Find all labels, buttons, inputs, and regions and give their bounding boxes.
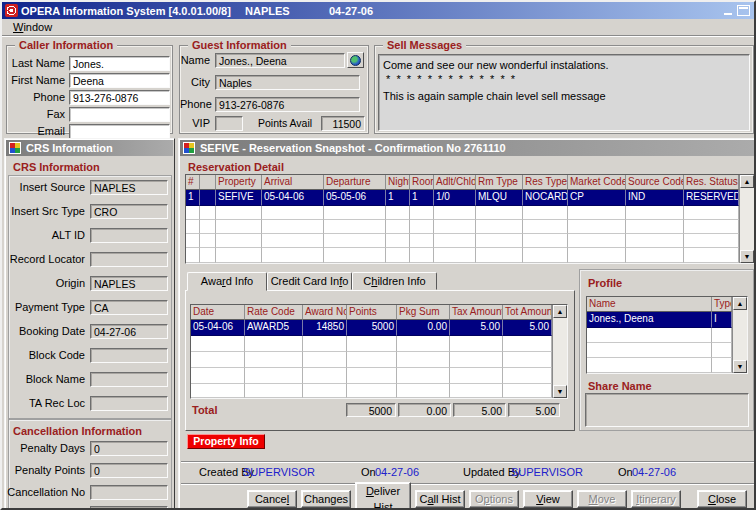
- app-titlebar: OPERA Information System [4.0.01.00/8] N…: [2, 2, 754, 19]
- guest-name-field[interactable]: Jones., Deena: [215, 53, 345, 68]
- booking-date-field[interactable]: 04-27-06: [90, 324, 168, 339]
- share-name-box: [585, 393, 749, 427]
- scroll-down-icon[interactable]: ▼: [740, 250, 754, 263]
- insert-src-type-label: Insert Src Type: [5, 204, 85, 219]
- menubar: Window: [2, 19, 754, 36]
- empty-row: [186, 206, 739, 220]
- vip-field[interactable]: [215, 116, 243, 131]
- close-button[interactable]: Close: [697, 490, 747, 508]
- minimize-icon[interactable]: [722, 5, 735, 16]
- action-button-row: Cancel Changes Deliver Hist Call Hist Op…: [181, 488, 755, 510]
- block-code-field[interactable]: [90, 348, 168, 363]
- scroll-up-icon[interactable]: ▲: [553, 305, 567, 318]
- total-tot-amount-field: 5.00: [508, 403, 560, 417]
- guest-group-title: Guest Information: [188, 39, 291, 51]
- tab-children-info[interactable]: Children Info: [352, 272, 437, 290]
- alt-id-label: ALT ID: [5, 228, 85, 243]
- tab-credit-card-info[interactable]: Credit Card Info: [267, 272, 352, 290]
- menu-window[interactable]: Window: [9, 21, 56, 33]
- first-name-input[interactable]: Deena: [69, 73, 170, 88]
- cancellation-dt-field[interactable]: [90, 506, 168, 510]
- empty-row: [587, 343, 732, 358]
- payment-type-label: Payment Type: [5, 300, 85, 315]
- titlebar-property: NAPLES: [245, 3, 290, 20]
- email-input[interactable]: [69, 124, 170, 139]
- award-table-scrollbar[interactable]: ▲ ▼: [552, 305, 567, 398]
- deliver-hist-button[interactable]: Deliver Hist: [355, 482, 411, 510]
- updated-by-value: SUPERVISOR: [511, 466, 583, 478]
- cancellation-dt-label: Cancellation Dt: [5, 506, 85, 510]
- titlebar-date: 04-27-06: [329, 3, 373, 20]
- opera-window: { "colors": { "panel": "#d6d3ce", "title…: [0, 0, 756, 510]
- empty-row: [186, 234, 739, 248]
- points-avail-field[interactable]: 11500: [321, 116, 365, 131]
- insert-source-field[interactable]: NAPLES: [90, 180, 168, 195]
- share-name-label: Share Name: [588, 380, 652, 392]
- award-header-row: DateRate CodeAward NoPointsPkg SumTax Am…: [191, 305, 552, 320]
- crs-window-titlebar[interactable]: CRS Information: [6, 140, 173, 156]
- itinerary-button: Itinerary: [631, 490, 681, 508]
- scroll-down-icon[interactable]: ▼: [733, 360, 747, 373]
- points-avail-label: Points Avail: [258, 116, 318, 131]
- view-button[interactable]: View: [523, 490, 573, 508]
- app-title: OPERA Information System [4.0.01.00/8]: [21, 3, 231, 20]
- reservation-row-selected[interactable]: 1SEFIVE05-04-0605-05-06111/0MLQUNOCARDCP…: [186, 190, 739, 206]
- scroll-up-icon[interactable]: ▲: [740, 175, 754, 188]
- audit-strip: Created By SUPERVISOR On 04-27-06 Update…: [181, 461, 755, 484]
- maximize-icon[interactable]: [737, 5, 750, 16]
- caller-phone-input[interactable]: 913-276-0876: [69, 90, 170, 105]
- cancellation-no-field[interactable]: [90, 485, 168, 500]
- vip-label: VIP: [180, 116, 210, 131]
- empty-row: [186, 220, 739, 234]
- empty-row: [191, 384, 552, 398]
- email-label: Email: [7, 124, 65, 139]
- record-locator-field[interactable]: [90, 252, 168, 267]
- profile-lookup-button[interactable]: [347, 52, 364, 68]
- empty-row: [587, 328, 732, 343]
- award-info-panel: DateRate CodeAward NoPointsPkg SumTax Am…: [185, 290, 575, 431]
- origin-field[interactable]: NAPLES: [90, 276, 168, 291]
- reservation-detail-table: #PropertyArrivalDepartureNightRoomAdlt/C…: [185, 174, 755, 264]
- call-hist-button[interactable]: Call Hist: [415, 490, 465, 508]
- tab-award-info[interactable]: Award Info: [187, 272, 267, 291]
- cancel-button[interactable]: Cancel: [247, 490, 297, 508]
- award-row-selected[interactable]: 05-04-06AWARD51485050000.005.005.00: [191, 320, 552, 336]
- profile-table: NameType Jones., DeenaI ▲ ▼: [586, 296, 748, 374]
- penalty-points-field[interactable]: 0: [90, 463, 168, 478]
- first-name-label: First Name: [7, 73, 65, 88]
- changes-button[interactable]: Changes: [301, 490, 351, 508]
- origin-label: Origin: [5, 276, 85, 291]
- insert-source-label: Insert Source: [5, 180, 85, 195]
- guest-city-field[interactable]: Naples: [215, 75, 360, 90]
- guest-phone-field[interactable]: 913-276-0876: [215, 97, 360, 112]
- created-on-label: On: [361, 466, 376, 478]
- last-name-input[interactable]: Jones.: [69, 56, 170, 71]
- payment-type-field[interactable]: CA: [90, 300, 168, 315]
- reservation-table-scrollbar[interactable]: ▲ ▼: [739, 175, 754, 263]
- opera-app-icon: [5, 4, 18, 17]
- sell-message-line: This is again sample chain level sell me…: [383, 89, 745, 103]
- total-tax-amount-field: 5.00: [453, 403, 506, 417]
- profile-table-scrollbar[interactable]: ▲ ▼: [732, 297, 747, 373]
- sell-message-line: * * * * * * * * * * * * *: [383, 72, 745, 86]
- profile-row-selected[interactable]: Jones., DeenaI: [587, 312, 732, 328]
- sell-messages-box[interactable]: Come and see our new wonderful instalati…: [378, 54, 750, 131]
- caller-phone-label: Phone: [7, 90, 65, 105]
- crs-window-icon: [9, 142, 21, 154]
- block-name-field[interactable]: [90, 372, 168, 387]
- booking-date-label: Booking Date: [5, 324, 85, 339]
- penalty-days-field[interactable]: 0: [90, 441, 168, 456]
- snapshot-window-titlebar[interactable]: SEFIVE - Reservation Snapshot - Confirma…: [180, 140, 754, 156]
- updated-on-value: 04-27-06: [632, 466, 676, 478]
- insert-src-type-field[interactable]: CRO: [90, 204, 168, 219]
- fax-input[interactable]: [69, 107, 170, 122]
- property-info-button[interactable]: Property Info: [187, 434, 265, 449]
- alt-id-field[interactable]: [90, 228, 168, 243]
- cancellation-no-label: Cancellation No: [5, 485, 85, 500]
- profile-panel: Profile NameType Jones., DeenaI ▲ ▼ Shar…: [579, 269, 754, 431]
- scroll-up-icon[interactable]: ▲: [733, 297, 747, 310]
- ta-rec-loc-field[interactable]: [90, 396, 168, 411]
- fax-label: Fax: [7, 107, 65, 122]
- scroll-down-icon[interactable]: ▼: [553, 385, 567, 398]
- crs-information-window: CRS Information CRS Information Insert S…: [4, 138, 175, 510]
